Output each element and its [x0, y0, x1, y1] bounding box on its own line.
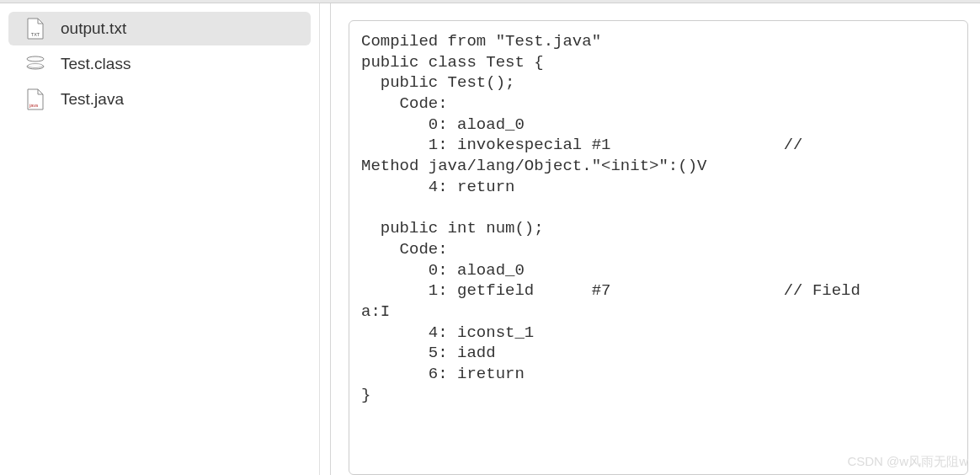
svg-point-3	[28, 64, 43, 68]
file-sidebar: TXT output.txt Test.class java	[0, 3, 320, 475]
file-name-label: Test.class	[61, 55, 130, 73]
panel-separator	[330, 3, 331, 475]
main-container: TXT output.txt Test.class java	[0, 3, 980, 475]
svg-point-1	[27, 56, 44, 61]
content-box: Compiled from "Test.java" public class T…	[349, 20, 968, 475]
file-item-test-class[interactable]: Test.class	[8, 47, 311, 81]
file-name-label: output.txt	[61, 19, 126, 38]
java-file-icon: java	[25, 89, 45, 109]
txt-file-icon: TXT	[25, 19, 45, 39]
file-name-label: Test.java	[61, 90, 124, 109]
file-item-test-java[interactable]: java Test.java	[8, 83, 311, 116]
svg-text:java: java	[29, 103, 39, 108]
code-content[interactable]: Compiled from "Test.java" public class T…	[361, 31, 956, 405]
class-file-icon	[25, 54, 45, 74]
svg-text:TXT: TXT	[31, 32, 40, 37]
file-item-output-txt[interactable]: TXT output.txt	[8, 12, 311, 45]
content-area: Compiled from "Test.java" public class T…	[320, 3, 980, 475]
